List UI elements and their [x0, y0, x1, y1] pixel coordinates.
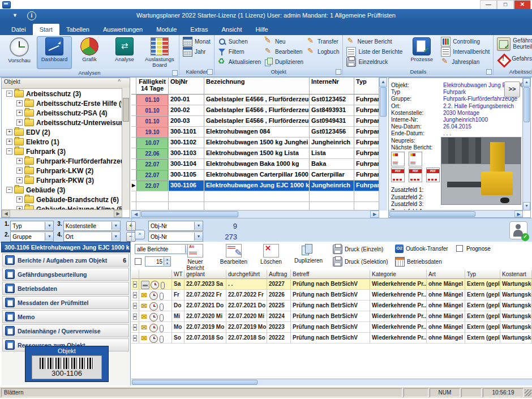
- scrollbar-thumb[interactable]: [380, 87, 387, 117]
- detail-horizontal-scrollbar[interactable]: ▶: [389, 210, 523, 217]
- object-table-horizontal-scrollbar[interactable]: ◀▶: [131, 210, 379, 218]
- tree-item-fuhrpark-pkw-3[interactable]: +Fuhrpark-PKW (3): [2, 175, 122, 185]
- ribbon-button-neuer-bericht[interactable]: Neuer Bericht: [345, 36, 404, 46]
- scrollbar-thumb[interactable]: [132, 380, 258, 385]
- tree-item-arbeitsschutz-3[interactable]: −Arbeitsschutz (3): [2, 89, 122, 98]
- row-expand-icon[interactable]: +: [133, 281, 137, 288]
- objnr-select[interactable]: Obj-Nr▼: [148, 231, 203, 242]
- resize-grip[interactable]: [525, 389, 531, 396]
- detail-vertical-scrollbar[interactable]: ▲▼: [522, 78, 530, 211]
- table-row[interactable]: 22.07300-1104Elektrohubwagen Baka 1000 k…: [131, 159, 387, 170]
- scroll-right-icon[interactable]: ▶: [370, 211, 379, 218]
- collapse-filter-button[interactable]: »: [135, 230, 145, 239]
- row-expand-icon[interactable]: +: [133, 303, 137, 309]
- filter-select[interactable]: Ort▼: [63, 231, 121, 242]
- tab-auswertungen[interactable]: Auswertungen: [96, 24, 149, 35]
- tree-expand-icon[interactable]: −: [6, 148, 12, 155]
- tree-item-arbeitsschutz-erste-hilfe-9[interactable]: +Arbeitsschutz-Erste Hilfe (9): [2, 98, 122, 108]
- tree-expand-icon[interactable]: −: [6, 91, 12, 97]
- tree-expand-icon[interactable]: +: [6, 129, 12, 135]
- tree-expand-icon[interactable]: +: [16, 158, 23, 164]
- tree-expand-icon[interactable]: +: [6, 139, 12, 145]
- scroll-up-icon[interactable]: ▲: [523, 78, 530, 87]
- tree-expand-icon[interactable]: +: [16, 110, 23, 116]
- ribbon-button-liste-der-berichte[interactable]: Liste der Berichte: [345, 46, 404, 57]
- ribbon-button-suchen[interactable]: Suchen: [216, 36, 263, 46]
- ribbon-button-analyse[interactable]: Analyse: [107, 36, 142, 69]
- toolbar-button-bearbeiten[interactable]: Bearbeiten: [214, 244, 254, 265]
- scrollbar-thumb[interactable]: [524, 87, 530, 122]
- close-button[interactable]: ✕: [514, 0, 531, 10]
- scroll-down-icon[interactable]: ▼: [523, 202, 530, 211]
- ribbon-button-bearbeiten[interactable]: Bearbeiten: [263, 46, 305, 57]
- expand-detail-button[interactable]: >>: [504, 81, 520, 97]
- tree-item-fuhrpark-3[interactable]: −Fuhrpark (3): [2, 147, 122, 156]
- tree-horizontal-scrollbar[interactable]: ◀▶: [2, 209, 122, 217]
- row-expand-icon[interactable]: +: [133, 292, 137, 298]
- tree-expand-icon[interactable]: +: [16, 177, 23, 183]
- tree-expand-icon[interactable]: +: [16, 196, 23, 203]
- tree-item-arbeitsschutz-unterweisungen[interactable]: +Arbeitsschutz-Unterweisungen: [2, 118, 122, 127]
- ribbon-button-controlling[interactable]: Controlling: [439, 36, 491, 46]
- step-up-icon[interactable]: ▲: [164, 258, 170, 261]
- ribbon-button-intervallbericht[interactable]: Intervallbericht: [439, 46, 491, 57]
- table-row[interactable]: ▶22.07300-1106Elektrohubwagen Jung EJC 1…: [131, 181, 387, 191]
- limit-checkbox[interactable]: [135, 258, 141, 265]
- tree-expand-icon[interactable]: +: [16, 119, 23, 126]
- table-row[interactable]: 01.10200-01Gabelstapler E4566 , Flurförd…: [131, 95, 387, 105]
- object-table-vertical-scrollbar[interactable]: ▲: [379, 78, 387, 211]
- scrollbar-thumb[interactable]: [389, 211, 475, 217]
- toolbar-button-neuer-bericht[interactable]: Neuer Bericht: [179, 244, 212, 271]
- ribbon-button-duplizieren[interactable]: Duplizieren: [263, 57, 305, 67]
- scrollbar-thumb[interactable]: [141, 211, 238, 217]
- ribbon-button-vorschau[interactable]: Vorschau: [2, 36, 37, 69]
- table-row[interactable]: 01.10200-03Gabelstapler E4566 , Flurförd…: [131, 116, 387, 127]
- dialog-launcher-icon[interactable]: [172, 70, 178, 76]
- ribbon-button-logbuch[interactable]: Logbuch: [305, 46, 341, 57]
- ribbon-button-monat[interactable]: Monat: [181, 36, 212, 46]
- ribbon-button-grafik[interactable]: Grafik: [72, 36, 107, 69]
- toolbar-button-druck-einzeln[interactable]: Druck (Einzeln): [333, 244, 383, 254]
- tab-extras[interactable]: Extras: [183, 24, 214, 35]
- ribbon-button-jahr[interactable]: Jahr: [181, 46, 212, 57]
- tab-tabellen[interactable]: Tabellen: [59, 24, 96, 35]
- dialog-launcher-icon[interactable]: [336, 69, 341, 75]
- ribbon-button-filtern[interactable]: Filtern: [216, 46, 263, 57]
- row-expand-icon[interactable]: +: [133, 314, 137, 320]
- table-row[interactable]: 22.06300-1103Elektrohubwagen 1500 kg Lis…: [131, 148, 387, 159]
- tab-datei[interactable]: Datei: [5, 24, 33, 35]
- tab-module[interactable]: Module: [149, 24, 183, 35]
- tab-hilfe[interactable]: Hilfe: [249, 24, 275, 35]
- ribbon-button-gefährdungs-beurteilung[interactable]: Gefährdungs- Beurteilung: [495, 36, 532, 52]
- ribbon-button-gefahrstoffe[interactable]: Gefahrstoffe: [495, 52, 532, 67]
- dialog-launcher-icon[interactable]: [207, 69, 213, 75]
- toolbar-button-duplizieren[interactable]: Duplizieren: [289, 244, 328, 264]
- tree-item-fuhrpark-flurförderfahrzeuge[interactable]: +Fuhrpark-Flurförderfahrzeuge: [2, 156, 122, 166]
- report-row[interactable]: +Fr22.07.2022 Fr22.07.2022 Fr20226Prüfun…: [131, 290, 532, 301]
- page-size-stepper[interactable]: 15 ▲▼: [145, 256, 171, 267]
- tab-ansicht[interactable]: Ansicht: [215, 24, 249, 35]
- scroll-up-icon[interactable]: ▲: [379, 78, 387, 87]
- row-expand-icon[interactable]: +: [133, 324, 137, 331]
- ribbon-button-dashboard[interactable]: Dashboard: [37, 36, 72, 69]
- shortcut-messdaten-der-prüfmittel[interactable]: Messdaten der Prüfmittel: [2, 296, 129, 309]
- tree-vertical-scrollbar[interactable]: [122, 88, 130, 210]
- report-row[interactable]: +Sa22.07.2023 Sa. .20227Prüfung nach Bet…: [131, 279, 532, 290]
- ribbon-button-prozesse[interactable]: Prozesse: [404, 36, 439, 63]
- filter-select[interactable]: Typ▼: [10, 221, 54, 231]
- tree-expand-icon[interactable]: −: [6, 187, 12, 193]
- user-status-icon[interactable]: ✓: [509, 221, 527, 239]
- scroll-right-icon[interactable]: ▶: [514, 211, 523, 217]
- shortcut-gefährdungsbeurteilung[interactable]: Gefährdungsbeurteilung: [2, 268, 129, 281]
- table-row[interactable]: 22.07300-1105Elektrohubwagen Carterpilla…: [131, 170, 387, 181]
- table-row[interactable]: 01.10200-02Gabelstapler E4566 , Flurförd…: [131, 105, 387, 116]
- ribbon-button-einzeldruck[interactable]: Einzeldruck: [345, 57, 404, 67]
- report-row[interactable]: +Do22.07.2021 Do22.07.2021 Do20225Prüfun…: [131, 301, 532, 311]
- tree-item-edv-2[interactable]: +EDV (2): [2, 127, 122, 137]
- collapse-panel-icon[interactable]: ^: [118, 79, 121, 85]
- scroll-left-icon[interactable]: ◀: [2, 210, 10, 217]
- row-expand-icon[interactable]: +: [133, 335, 137, 341]
- shortcut-dateianhänge-querverweise[interactable]: Dateianhänge / Querverweise: [2, 324, 129, 337]
- prognose-checkbox[interactable]: [456, 245, 463, 252]
- shortcut-memo[interactable]: Memo: [2, 310, 129, 323]
